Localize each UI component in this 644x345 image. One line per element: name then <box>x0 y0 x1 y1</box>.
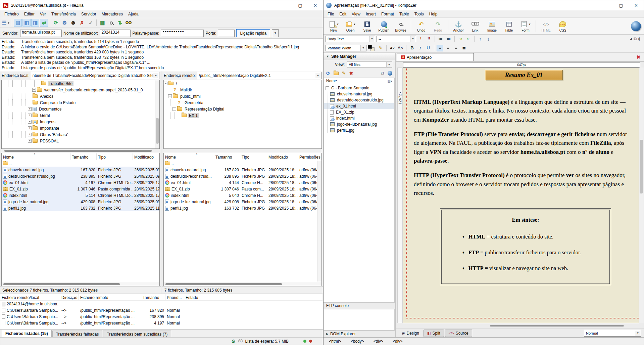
menu-item[interactable]: Edit <box>337 11 349 17</box>
queue-row[interactable]: C:\Users\Bárbara Sampaio...-->/public_ht… <box>0 307 323 313</box>
maximize-icon[interactable]: ▢ <box>613 0 629 10</box>
site-file-item[interactable]: jogo-de-luz-natural.jpg <box>324 121 394 127</box>
local-list-hscrollbar[interactable] <box>2 282 159 286</box>
zoom-select[interactable]: Normal▼ <box>584 330 641 337</box>
file-row[interactable]: destruido-reconstruid...238 895Ficheiro … <box>164 173 321 179</box>
site-root-item[interactable]: −G - Barbara Sampaio <box>324 85 394 91</box>
queue-tab[interactable]: Ficheiros listados (15) <box>2 330 52 337</box>
close-icon[interactable]: ✕ <box>629 0 644 10</box>
chevron-down-icon[interactable]: ▼ <box>315 73 320 78</box>
quickconnect-button[interactable]: Ligação rápida <box>236 29 270 37</box>
toggle-sync-browsing-icon[interactable]: ⇄ <box>40 19 48 27</box>
dom-path-tag[interactable]: <div> <box>393 339 402 344</box>
view-filter-select[interactable]: All files ▼ <box>347 61 392 68</box>
view-tab-source[interactable]: </>Source <box>445 330 472 337</box>
cancel-icon[interactable]: ⊗ <box>69 19 77 27</box>
css-class-select[interactable]: -- ▼ <box>377 36 416 42</box>
columns-icon[interactable]: ▦▾ <box>388 79 392 83</box>
redo-button[interactable]: ↷Redo <box>431 20 445 32</box>
tree-item[interactable]: Geometria <box>164 99 321 106</box>
tree-expander-icon[interactable]: + <box>28 120 32 124</box>
maximize-icon[interactable]: ▢ <box>293 0 308 10</box>
tree-expander-icon[interactable]: − <box>168 94 172 98</box>
queue-column-header[interactable]: Direcção <box>60 294 79 300</box>
tree-expander-icon[interactable]: + <box>28 133 32 136</box>
underline-icon[interactable]: U <box>425 45 432 51</box>
menu-item[interactable]: Tools <box>412 11 427 17</box>
remote-list-vscrollbar[interactable] <box>317 161 321 282</box>
site-manager-icon[interactable]: ☰▼ <box>2 19 10 27</box>
bold-icon[interactable]: B <box>409 45 415 51</box>
undo-button[interactable]: ↶Undo <box>414 20 429 32</box>
toggle-message-log-icon[interactable]: ▤ <box>14 19 22 27</box>
indent-icon[interactable]: ⇥ <box>457 36 464 42</box>
strong-emphasis-icon[interactable]: !! <box>426 36 432 42</box>
column-header[interactable]: Permissões <box>298 153 321 160</box>
column-header[interactable]: Modificado <box>267 153 298 160</box>
font-select[interactable]: Variable Width ▼ <box>326 45 366 51</box>
compare-check-icon[interactable]: ✓ <box>87 19 95 27</box>
remote-address-input[interactable]: /public_html/Representação Digital/EX.1 … <box>197 72 321 79</box>
tree-expander-icon[interactable]: + <box>28 126 32 130</box>
queue-column-header[interactable]: Estado <box>184 294 323 300</box>
dom-path-tag[interactable]: <html> <box>329 339 341 344</box>
browser-globe-icon[interactable] <box>631 21 641 31</box>
tree-item[interactable]: +Geral <box>2 112 159 119</box>
align-right-icon[interactable]: ≡ <box>453 45 459 51</box>
queue-tab[interactable]: Transferências bem sucedidas (7) <box>103 331 171 337</box>
new-button[interactable]: ▼New <box>326 20 341 32</box>
remove-site-icon[interactable]: ✖ <box>349 71 353 76</box>
file-row[interactable]: EX_01.zip1 307 046Pasta comprimida ...28… <box>2 186 159 192</box>
align-justify-icon[interactable]: ≣ <box>461 45 467 51</box>
file-row[interactable]: jogo-de-luz-natural.jpg429 008Ficheiro J… <box>2 199 159 205</box>
site-file-item[interactable]: ex_01.html <box>324 103 394 109</box>
file-row[interactable]: chuveiro-natural.jpg167 820Ficheiro JPG2… <box>2 167 159 173</box>
doc-paragraph[interactable]: HTTP (HyperText Transfer Protocol) é o p… <box>414 171 634 198</box>
file-row[interactable]: jogo-de-luz-natural.jpg429 008Ficheiro J… <box>164 199 321 205</box>
delete-icon[interactable]: ✗ <box>78 19 86 27</box>
tree-item[interactable]: +Imagens <box>2 119 159 125</box>
numbered-list-icon[interactable]: ≔ <box>437 36 444 42</box>
cascade-icon[interactable]: ⧉ <box>381 71 384 76</box>
column-header[interactable]: Nome <box>2 153 70 160</box>
column-header[interactable]: Nome <box>164 153 214 160</box>
file-row[interactable]: chuveiro-natural.jpg167 820Ficheiro JPG2… <box>164 167 321 173</box>
link-button[interactable]: Link <box>468 20 483 32</box>
align-center-icon[interactable]: ≡ <box>445 45 451 51</box>
tree-item[interactable]: EX.1 <box>164 112 321 119</box>
table-button[interactable]: Table <box>501 20 516 32</box>
align-left-icon[interactable]: ≡ <box>437 45 443 51</box>
menu-item[interactable]: Insert <box>363 11 379 17</box>
file-row[interactable]: perfil1.jpg163 732Ficheiro JPG25/09/2025… <box>2 205 159 211</box>
site-file-item[interactable]: chuveiro-natural.jpg <box>324 91 394 97</box>
menu-item[interactable]: Ver <box>37 11 49 17</box>
local-tree-hscrollbar[interactable] <box>1 149 160 153</box>
menu-item[interactable]: View <box>349 11 363 17</box>
cascade-windows-icon[interactable]: ⧉ <box>634 36 637 42</box>
column-header[interactable]: Tipo <box>240 153 267 160</box>
quickconnect-dropdown-icon[interactable]: ▼ <box>272 29 279 37</box>
increase-font-icon[interactable]: A˄ <box>397 45 404 51</box>
emphasis-icon[interactable]: ! <box>417 36 424 42</box>
tree-item[interactable]: +PESSOAL <box>2 138 159 144</box>
queue-column-header[interactable]: Ficheiro remoto <box>79 294 141 300</box>
sync-compare-icon[interactable]: ⇅ <box>116 19 124 27</box>
site-file-item[interactable]: perfil1.jpg <box>324 127 394 133</box>
port-input[interactable] <box>218 30 235 37</box>
file-row[interactable]: ex_01.html4 197Chrome HTML Do...28/09/20… <box>2 179 159 186</box>
autoask-gear-icon[interactable]: ⚙ <box>231 339 236 344</box>
doc-paragraph[interactable]: FTP (File Transfer Protocol) serve para … <box>414 130 634 165</box>
menu-item[interactable]: Servidor <box>79 11 99 17</box>
site-file-item[interactable]: EX_01.zip <box>324 109 394 115</box>
password-input[interactable]: ●●●●●●●●●● <box>161 30 204 37</box>
menu-item[interactable]: Marcadores <box>99 11 126 17</box>
queue-row[interactable]: C:\Users\Bárbara Sampaio...-->/public_ht… <box>0 313 323 320</box>
document-body[interactable]: Resumo Ex_01 HTML (HyperText Markup Lang… <box>403 68 639 323</box>
site-file-item[interactable]: destruido-reconstruido.jpg <box>324 97 394 103</box>
menu-item[interactable]: Table <box>397 11 412 17</box>
local-tree-vscrollbar[interactable] <box>155 80 159 148</box>
anchor-button[interactable]: ⚓Anchor <box>451 20 466 32</box>
tree-expander-icon[interactable]: + <box>28 107 32 111</box>
queue-column-header[interactable]: Ficheiro remoto/local <box>0 294 60 300</box>
menu-item[interactable]: Ficheiro <box>2 11 21 17</box>
